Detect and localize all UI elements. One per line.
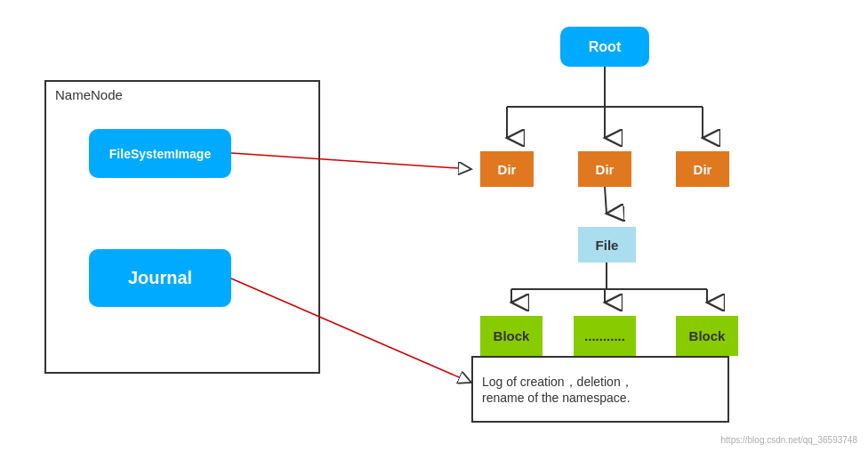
namenode-label: NameNode	[55, 87, 123, 102]
dir-box-1: Dir	[480, 151, 534, 187]
journal-box: Journal	[89, 249, 231, 307]
journal-label: Journal	[128, 268, 192, 288]
block-box-3: Block	[676, 316, 738, 356]
block-box-1: Block	[480, 316, 542, 356]
log-line1: Log of creation，deletion，	[482, 375, 719, 391]
svg-line-9	[605, 187, 607, 214]
namenode-box: NameNode	[44, 80, 320, 374]
fs-image-label: FileSystemImage	[109, 147, 211, 161]
root-label: Root	[589, 39, 621, 55]
fs-image-box: FileSystemImage	[89, 129, 231, 178]
file-label: File	[596, 238, 619, 253]
watermark: https://blog.csdn.net/qq_36593748	[721, 435, 857, 445]
dir-box-2: Dir	[578, 151, 631, 187]
block-box-dots: ...........	[574, 316, 636, 356]
log-box: Log of creation，deletion， rename of the …	[471, 356, 729, 423]
file-box: File	[578, 227, 636, 262]
log-line2: rename of the namespace.	[482, 391, 719, 405]
root-box: Root	[560, 27, 649, 67]
dir-box-3: Dir	[676, 151, 729, 187]
